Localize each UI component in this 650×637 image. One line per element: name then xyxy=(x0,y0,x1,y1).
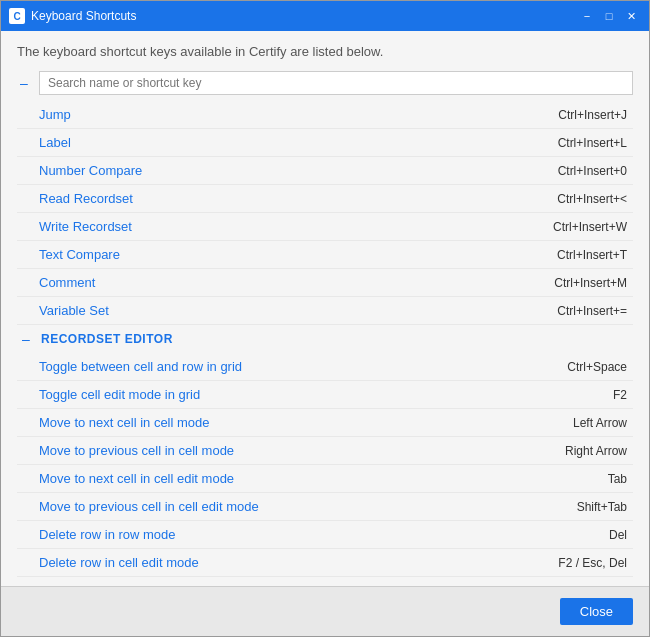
shortcut-row-label: Label Ctrl+Insert+L xyxy=(17,129,633,157)
window-controls: − □ ✕ xyxy=(577,7,641,25)
section-recordset-expand[interactable]: – xyxy=(19,331,33,347)
shortcut-row-next-cell: Move to next cell in cell mode Left Arro… xyxy=(17,409,633,437)
shortcut-row-delete-row-edit: Delete row in cell edit mode F2 / Esc, D… xyxy=(17,549,633,577)
app-icon: C xyxy=(9,8,25,24)
shortcut-row-next-cell-edit: Move to next cell in cell edit mode Tab xyxy=(17,465,633,493)
title-bar: C Keyboard Shortcuts − □ ✕ xyxy=(1,1,649,31)
maximize-button[interactable]: □ xyxy=(599,7,619,25)
close-button[interactable]: Close xyxy=(560,598,633,625)
shortcut-row-text-compare: Text Compare Ctrl+Insert+T xyxy=(17,241,633,269)
search-row: – xyxy=(17,71,633,95)
shortcut-row-jump: Jump Ctrl+Insert+J xyxy=(17,101,633,129)
shortcut-row-variable-set: Variable Set Ctrl+Insert+= xyxy=(17,297,633,325)
minimize-button[interactable]: − xyxy=(577,7,597,25)
shortcut-row-prev-cell: Move to previous cell in cell mode Right… xyxy=(17,437,633,465)
info-text: The keyboard shortcut keys available in … xyxy=(17,43,633,61)
search-input[interactable] xyxy=(39,71,633,95)
recordset-editor-header: – RECORDSET EDITOR xyxy=(17,325,633,353)
info-prefix: The keyboard shortcut keys available in xyxy=(17,44,249,59)
shortcut-row-prev-cell-edit: Move to previous cell in cell edit mode … xyxy=(17,493,633,521)
footer: Close xyxy=(1,586,649,636)
main-content: The keyboard shortcut keys available in … xyxy=(1,31,649,586)
shortcut-row-comment: Comment Ctrl+Insert+M xyxy=(17,269,633,297)
shortcut-row-toggle-cell-row: Toggle between cell and row in grid Ctrl… xyxy=(17,353,633,381)
shortcut-row-toggle-cell-edit: Toggle cell edit mode in grid F2 xyxy=(17,381,633,409)
window-title: Keyboard Shortcuts xyxy=(31,9,577,23)
shortcuts-list[interactable]: Jump Ctrl+Insert+J Label Ctrl+Insert+L N… xyxy=(17,101,633,586)
shortcut-row-write-recordset: Write Recordset Ctrl+Insert+W xyxy=(17,213,633,241)
section-main-expand[interactable]: – xyxy=(17,75,31,91)
info-brand: Certify xyxy=(249,44,287,59)
shortcut-row-read-recordset: Read Recordset Ctrl+Insert+< xyxy=(17,185,633,213)
shortcut-row-number-compare: Number Compare Ctrl+Insert+0 xyxy=(17,157,633,185)
close-window-button[interactable]: ✕ xyxy=(621,7,641,25)
info-suffix: are listed below. xyxy=(287,44,384,59)
keyboard-shortcuts-window: C Keyboard Shortcuts − □ ✕ The keyboard … xyxy=(0,0,650,637)
recordset-editor-label: RECORDSET EDITOR xyxy=(41,332,173,346)
shortcut-row-delete-row: Delete row in row mode Del xyxy=(17,521,633,549)
section-main: Jump Ctrl+Insert+J Label Ctrl+Insert+L N… xyxy=(17,101,633,325)
section-recordset: – RECORDSET EDITOR Toggle between cell a… xyxy=(17,325,633,577)
